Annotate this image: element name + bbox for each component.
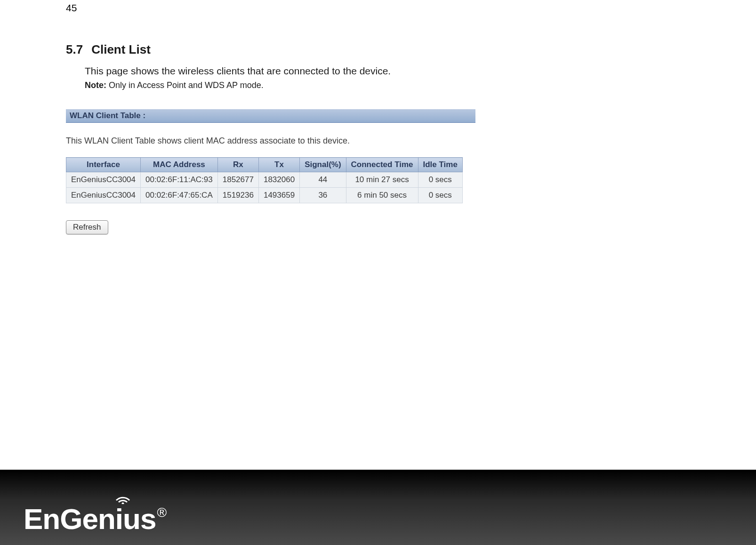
- panel-description: This WLAN Client Table shows client MAC …: [66, 136, 537, 146]
- col-idle: Idle Time: [418, 158, 462, 172]
- cell-interface: EnGeniusCC3004: [66, 188, 141, 203]
- col-tx: Tx: [258, 158, 299, 172]
- table-header-row: Interface MAC Address Rx Tx Signal(%) Co…: [66, 158, 463, 172]
- cell-rx: 1852677: [217, 172, 258, 188]
- svg-point-0: [121, 503, 124, 505]
- page-number: 45: [66, 2, 77, 14]
- section-title: Client List: [91, 42, 151, 56]
- col-mac: MAC Address: [141, 158, 218, 172]
- cell-mac: 00:02:6F:47:65:CA: [141, 188, 218, 203]
- col-signal: Signal(%): [300, 158, 346, 172]
- col-connected: Connected Time: [346, 158, 418, 172]
- cell-mac: 00:02:6F:11:AC:93: [141, 172, 218, 188]
- brand-logo: EnGen ius®: [24, 502, 166, 536]
- note-label: Note:: [85, 80, 106, 90]
- cell-tx: 1493659: [258, 188, 299, 203]
- section-number: 5.7: [66, 42, 83, 57]
- cell-tx: 1832060: [258, 172, 299, 188]
- col-interface: Interface: [66, 158, 141, 172]
- wifi-icon: [114, 491, 131, 504]
- cell-connected: 6 min 50 secs: [346, 188, 418, 203]
- note-text: Only in Access Point and WDS AP mode.: [106, 80, 264, 90]
- section-heading: 5.7Client List: [66, 42, 537, 57]
- client-table: Interface MAC Address Rx Tx Signal(%) Co…: [66, 157, 463, 203]
- panel-title-bar: WLAN Client Table :: [66, 109, 475, 123]
- cell-signal: 36: [300, 188, 346, 203]
- col-rx: Rx: [217, 158, 258, 172]
- logo-text: EnGen ius: [24, 503, 156, 535]
- footer-bar: EnGen ius®: [0, 470, 756, 545]
- cell-signal: 44: [300, 172, 346, 188]
- section-description: This page shows the wireless clients tha…: [85, 65, 537, 77]
- table-row: EnGeniusCC3004 00:02:6F:47:65:CA 1519236…: [66, 188, 463, 203]
- logo-wrapper: EnGen ius®: [24, 502, 166, 536]
- registered-mark: ®: [157, 505, 167, 520]
- main-content: 5.7Client List This page shows the wirel…: [66, 42, 537, 234]
- cell-idle: 0 secs: [418, 172, 462, 188]
- cell-connected: 10 min 27 secs: [346, 172, 418, 188]
- cell-idle: 0 secs: [418, 188, 462, 203]
- section-note: Note: Only in Access Point and WDS AP mo…: [85, 80, 537, 90]
- table-row: EnGeniusCC3004 00:02:6F:11:AC:93 1852677…: [66, 172, 463, 188]
- cell-rx: 1519236: [217, 188, 258, 203]
- refresh-button[interactable]: Refresh: [66, 220, 108, 234]
- cell-interface: EnGeniusCC3004: [66, 172, 141, 188]
